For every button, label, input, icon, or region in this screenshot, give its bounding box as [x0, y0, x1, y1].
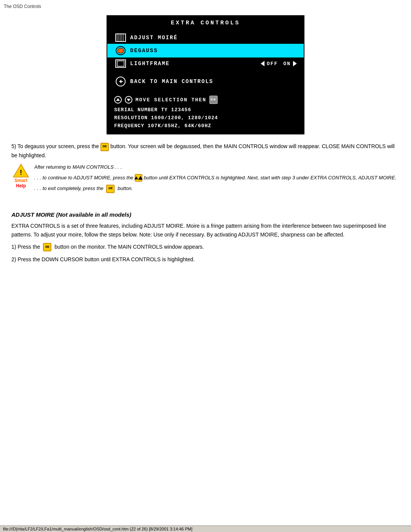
- after-returning-text: After returning to MAIN CONTROLS . . .: [34, 163, 397, 171]
- degauss-icon: [114, 46, 127, 56]
- smart-help-text4: button.: [118, 186, 133, 192]
- osd-box: EXTRA CONTROLS ADJUST MOIRÉ: [107, 15, 304, 134]
- smart-help-para2: . . . to exit completely, press the OK b…: [34, 185, 397, 193]
- smart-help-para1: . . . to continue to ADJUST MOIRE, press…: [34, 174, 397, 182]
- smart-help-icon-area: ! Smart Help: [11, 163, 30, 189]
- ok-button-icon-3: OK: [43, 243, 51, 251]
- svg-rect-8: [117, 61, 124, 66]
- osd-title-text: EXTRA CONTROLS: [171, 20, 240, 26]
- svg-text:!: !: [20, 169, 22, 176]
- arrow-right-icon: [293, 61, 297, 66]
- osd-back-label: BACK TO MAIN CONTROLS: [130, 78, 297, 85]
- status-bar-text: file:///D|/rita/LF2/LF2/LFa1/multi_manua…: [3, 527, 193, 531]
- nav-up-icon: [114, 96, 122, 104]
- osd-row-lightframe: LIGHTFRAME OFF ON: [107, 58, 304, 70]
- osd-row-back: BACK TO MAIN CONTROLS: [107, 74, 304, 89]
- osd-row-adjust-moire: ADJUST MOIRÉ: [107, 32, 304, 44]
- off-label: OFF: [267, 61, 278, 67]
- osd-row-degauss: DEGAUSS: [107, 44, 304, 58]
- browser-bar-text: The OSD Controls: [4, 4, 41, 9]
- resolution-line: RESOLUTION 1600/1200, 1280/1024: [114, 114, 297, 122]
- osd-info: SERIAL NUMBER TY 123456 RESOLUTION 1600/…: [114, 106, 297, 130]
- warning-triangle: !: [13, 163, 29, 178]
- smart-help-text3: . . . to exit completely, press the: [34, 186, 104, 192]
- browser-bar: The OSD Controls: [0, 3, 411, 11]
- smart-label: Smart: [14, 178, 27, 183]
- frequency-line: FREQUENCY 107K/85HZ, 64K/60HZ: [114, 122, 297, 130]
- smart-help-text2: button until EXTRA CONTROLS is highlight…: [144, 175, 397, 181]
- serial-number-line: SERIAL NUMBER TY 123456: [114, 106, 297, 114]
- smart-help-text1: . . . to continue to ADJUST MOIRE, press…: [34, 175, 133, 181]
- step2-paragraph: 2) Press the DOWN CURSOR button until EX…: [11, 255, 400, 264]
- lightframe-options: OFF ON: [261, 61, 297, 67]
- arrow-left-icon: [261, 61, 264, 66]
- smart-help-text-area: After returning to MAIN CONTROLS . . . .…: [34, 163, 397, 193]
- triangle-up-icon: [135, 174, 142, 182]
- main-content: EXTRA CONTROLS ADJUST MOIRÉ: [0, 15, 411, 264]
- lightframe-icon: [114, 59, 127, 68]
- back-icon: [114, 76, 127, 87]
- osd-nav-section: MOVE SELECTION THEN OK SERIAL NUMBER TY …: [107, 93, 304, 134]
- section-title: ADJUST MOIRE (Not available in all model…: [11, 211, 400, 218]
- osd-title: EXTRA CONTROLS: [107, 16, 304, 29]
- osd-degauss-label: DEGAUSS: [130, 48, 297, 54]
- on-label: ON: [283, 61, 291, 67]
- help-label: Help: [16, 183, 26, 189]
- smart-help-block: ! Smart Help After returning to MAIN CON…: [11, 163, 400, 193]
- section-body: EXTRA CONTROLS is a set of three feature…: [11, 222, 400, 239]
- triangle-shape: [134, 176, 138, 179]
- osd-moire-label: ADJUST MOIRÉ: [130, 35, 297, 41]
- nav-ok-icon: OK: [209, 96, 218, 104]
- section-title-text: ADJUST MOIRE (Not available in all model…: [11, 211, 131, 218]
- step5-paragraph: 5) To degauss your screen, press the OK …: [11, 142, 400, 160]
- step1-pre: 1) Press the: [11, 244, 40, 250]
- step1-post: button on the monitor. The MAIN CONTROLS…: [54, 244, 204, 250]
- nav-down-icon: [125, 96, 132, 104]
- ok-button-icon-1: OK: [100, 143, 109, 151]
- moire-icon: [114, 34, 127, 42]
- nav-label: MOVE SELECTION THEN: [135, 97, 206, 103]
- osd-lightframe-label: LIGHTFRAME: [130, 61, 261, 67]
- status-bar: file:///D|/rita/LF2/LF2/LFa1/multi_manua…: [0, 526, 411, 532]
- step5-text-pre: 5) To degauss your screen, press the: [11, 143, 99, 149]
- osd-nav-row: MOVE SELECTION THEN OK: [114, 96, 297, 104]
- ok-button-icon-2: OK: [106, 185, 115, 193]
- step1-paragraph: 1) Press the OK button on the monitor. T…: [11, 243, 400, 251]
